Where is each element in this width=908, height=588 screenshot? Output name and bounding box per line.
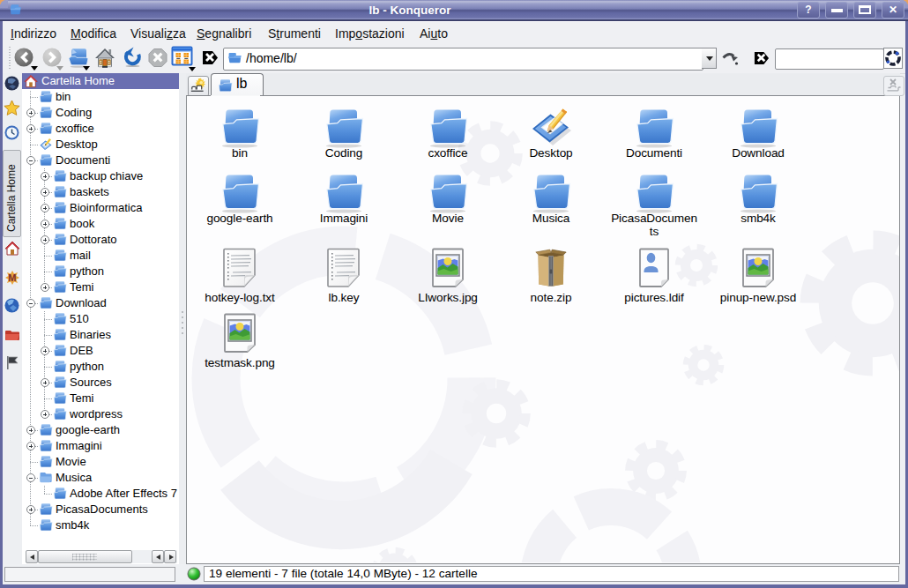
- svg-text:M: M: [8, 272, 16, 283]
